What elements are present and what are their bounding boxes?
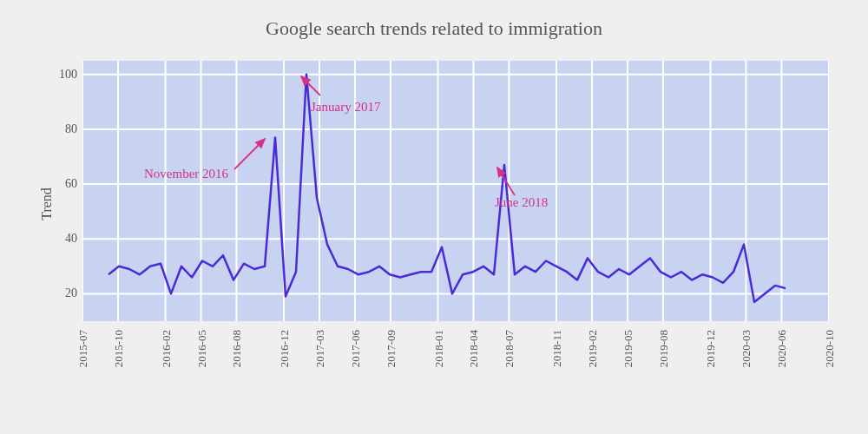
- svg-line-26: [301, 76, 320, 95]
- x-tick-label: 2015-07: [76, 330, 90, 367]
- y-tick-label: 40: [56, 232, 77, 246]
- x-tick-label: 2018-04: [467, 330, 481, 367]
- x-tick-label: 2016-05: [195, 330, 209, 367]
- plot-svg: [82, 61, 829, 321]
- svg-line-27: [497, 168, 515, 195]
- x-tick-label: 2019-05: [621, 330, 635, 367]
- x-tick-label: 2018-11: [550, 330, 564, 367]
- x-tick-label: 2015-10: [112, 330, 126, 367]
- annotation-label: November 2016: [144, 167, 228, 181]
- annotation-label: January 2017: [311, 100, 380, 115]
- annotation-label: June 2018: [495, 195, 548, 210]
- y-tick-label: 100: [56, 68, 77, 82]
- x-tick-label: 2019-02: [586, 330, 600, 367]
- y-tick-label: 60: [56, 177, 77, 191]
- x-tick-label: 2020-10: [823, 330, 837, 367]
- y-tick-label: 80: [56, 122, 77, 136]
- annotation-arrow-jan2017: [294, 69, 329, 104]
- plot-area: [82, 61, 829, 321]
- annotation-arrow-jun2018: [490, 161, 525, 200]
- y-tick-label: 20: [56, 286, 77, 300]
- x-tick-label: 2019-08: [657, 330, 671, 367]
- x-tick-label: 2018-01: [432, 330, 446, 367]
- x-tick-label: 2017-03: [313, 330, 327, 367]
- x-tick-label: 2019-12: [704, 330, 718, 367]
- x-tick-label: 2017-06: [349, 330, 363, 367]
- x-tick-label: 2020-03: [740, 330, 753, 367]
- x-tick-label: 2016-08: [230, 330, 244, 367]
- chart-container: Google search trends related to immigrat…: [0, 0, 868, 434]
- x-tick-label: 2017-09: [385, 330, 398, 367]
- x-tick-label: 2018-07: [503, 330, 516, 367]
- x-tick-label: 2016-12: [278, 330, 292, 367]
- x-tick-label: 2020-06: [775, 330, 789, 367]
- x-tick-label: 2016-02: [160, 330, 174, 367]
- annotation-arrow-nov2016: [230, 130, 273, 174]
- chart-title: Google search trends related to immigrat…: [0, 0, 868, 40]
- y-axis-label: Trend: [39, 187, 55, 220]
- svg-line-25: [234, 139, 265, 169]
